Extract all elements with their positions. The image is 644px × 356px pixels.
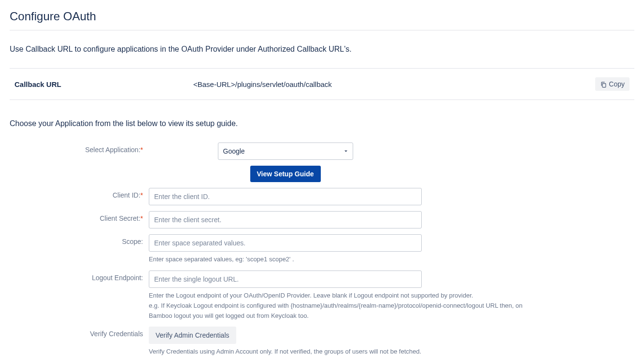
client-id-label-text: Client ID:: [113, 191, 141, 199]
verify-credentials-row: Verify Credentials Verify Admin Credenti…: [10, 327, 634, 356]
client-secret-row: Client Secret:*: [10, 211, 634, 228]
required-marker: *: [141, 146, 143, 154]
divider: [10, 30, 634, 30]
client-id-input[interactable]: [149, 188, 422, 205]
logout-endpoint-hint: Enter the Logout endpoint of your OAuth/…: [149, 291, 526, 321]
client-id-row: Client ID:*: [10, 188, 634, 205]
intro-text: Use Callback URL to configure applicatio…: [10, 45, 634, 54]
client-secret-label: Client Secret:*: [10, 211, 149, 222]
choose-application-text: Choose your Application from the list be…: [10, 119, 634, 128]
select-application-row: Select Application:* Google View Setup G…: [10, 142, 634, 182]
scope-hint: Enter space separated values, eg: 'scope…: [149, 255, 422, 265]
required-marker: *: [141, 191, 143, 199]
verify-admin-credentials-button[interactable]: Verify Admin Credentials: [149, 327, 236, 344]
verify-credentials-hint: Verify Credentials using Admin Account o…: [149, 347, 422, 356]
copy-icon: [600, 80, 607, 88]
copy-button[interactable]: Copy: [595, 77, 630, 91]
select-application-dropdown[interactable]: Google: [218, 142, 353, 160]
required-marker: *: [141, 214, 143, 222]
copy-button-label: Copy: [609, 80, 625, 88]
callback-url-value: <Base-URL>/plugins/servlet/oauth/callbac…: [193, 80, 595, 88]
view-setup-guide-button[interactable]: View Setup Guide: [250, 166, 321, 182]
callback-url-row: Callback URL <Base-URL>/plugins/servlet/…: [10, 68, 634, 100]
page-title: Configure OAuth: [10, 10, 634, 23]
client-secret-label-text: Client Secret:: [100, 214, 141, 222]
verify-credentials-label: Verify Credentials: [10, 327, 149, 338]
logout-endpoint-row: Logout Endpoint: Enter the Logout endpoi…: [10, 271, 634, 321]
client-id-label: Client ID:*: [10, 188, 149, 199]
logout-endpoint-label: Logout Endpoint:: [10, 271, 149, 282]
logout-endpoint-input[interactable]: [149, 271, 422, 288]
client-secret-input[interactable]: [149, 211, 422, 228]
svg-rect-0: [602, 84, 606, 87]
scope-input[interactable]: [149, 234, 422, 252]
select-application-label-text: Select Application:: [85, 146, 140, 154]
select-application-label: Select Application:*: [10, 142, 149, 154]
scope-row: Scope: Enter space separated values, eg:…: [10, 234, 634, 265]
callback-url-label: Callback URL: [14, 80, 193, 88]
scope-label: Scope:: [10, 234, 149, 245]
